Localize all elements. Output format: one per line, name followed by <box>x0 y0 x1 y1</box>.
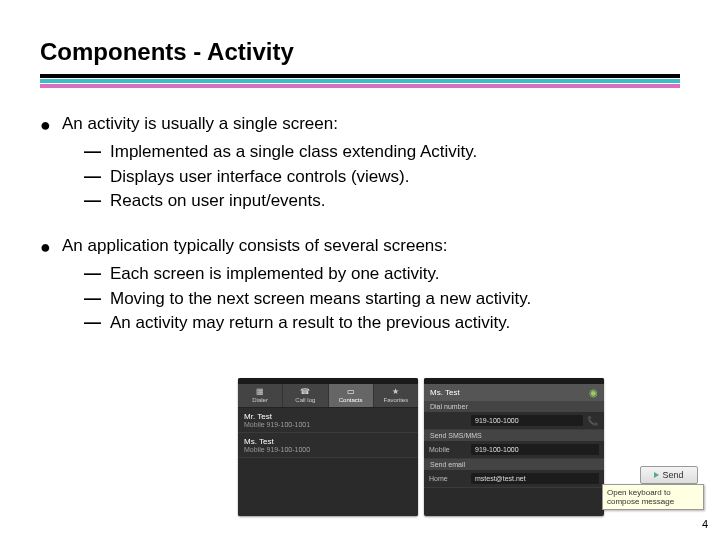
sub-1-3: —Reacts on user input/events. <box>40 189 680 214</box>
bullet-1-text: An activity is usually a single screen: <box>62 112 338 138</box>
tab-favorites[interactable]: ★Favorites <box>374 384 418 407</box>
sub-2-1: —Each screen is implemented by one activ… <box>40 262 680 287</box>
tab-contacts[interactable]: ▭Contacts <box>329 384 374 407</box>
bullet-1: ● An activity is usually a single screen… <box>40 112 680 138</box>
contact-header: Ms. Test ◉ <box>424 384 604 401</box>
title-underline <box>40 74 680 88</box>
dial-row[interactable]: 919-100-1000 📞 <box>424 412 604 430</box>
call-log-icon: ☎ <box>283 388 327 396</box>
dialer-icon: ▦ <box>238 388 282 396</box>
tab-call-log[interactable]: ☎Call log <box>283 384 328 407</box>
mobile-row[interactable]: Mobile 919-100-1000 <box>424 441 604 459</box>
contact-row-1[interactable]: Mr. Test Mobile 919-100-1001 <box>238 408 418 433</box>
section-sms: Send SMS/MMS <box>424 430 604 441</box>
sub-1-2: —Displays user interface controls (views… <box>40 165 680 190</box>
android-icon: ◉ <box>589 387 598 398</box>
favorites-icon: ★ <box>374 388 418 396</box>
tooltip: Open keyboard to compose message <box>602 484 704 510</box>
bullet-2-text: An application typically consists of sev… <box>62 234 448 260</box>
section-dial: Dial number <box>424 401 604 412</box>
sub-2-2: —Moving to the next screen means startin… <box>40 287 680 312</box>
slide-title: Components - Activity <box>40 38 680 72</box>
send-icon <box>654 472 659 478</box>
contact-row-2[interactable]: Ms. Test Mobile 919-100-1000 <box>238 433 418 458</box>
email-row[interactable]: Home mstest@test.net <box>424 470 604 488</box>
contacts-icon: ▭ <box>329 388 373 396</box>
phone-mockups: ▦Dialer ☎Call log ▭Contacts ★Favorites M… <box>238 378 604 516</box>
tab-bar: ▦Dialer ☎Call log ▭Contacts ★Favorites <box>238 384 418 408</box>
tab-dialer[interactable]: ▦Dialer <box>238 384 283 407</box>
send-button[interactable]: Send <box>640 466 698 484</box>
section-email: Send email <box>424 459 604 470</box>
bullet-2: ● An application typically consists of s… <box>40 234 680 260</box>
phone-contacts: ▦Dialer ☎Call log ▭Contacts ★Favorites M… <box>238 378 418 516</box>
body-content: ● An activity is usually a single screen… <box>40 112 680 336</box>
sub-1-1: —Implemented as a single class extending… <box>40 140 680 165</box>
sub-2-3: —An activity may return a result to the … <box>40 311 680 336</box>
phone-contact-detail: Ms. Test ◉ Dial number 919-100-1000 📞 Se… <box>424 378 604 516</box>
call-icon[interactable]: 📞 <box>585 416 599 426</box>
page-number: 4 <box>702 518 708 530</box>
